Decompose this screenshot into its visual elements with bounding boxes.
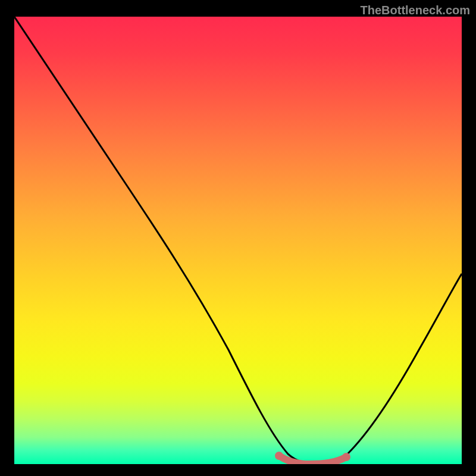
watermark-text: TheBottleneck.com bbox=[361, 4, 470, 17]
plot-area bbox=[14, 17, 462, 464]
highlight-dot-end bbox=[342, 453, 350, 461]
curve-layer bbox=[14, 17, 462, 464]
bottleneck-curve bbox=[14, 17, 462, 464]
highlight-segment bbox=[279, 456, 346, 464]
highlight-dot-start bbox=[275, 452, 283, 460]
chart-container: TheBottleneck.com bbox=[0, 0, 476, 476]
